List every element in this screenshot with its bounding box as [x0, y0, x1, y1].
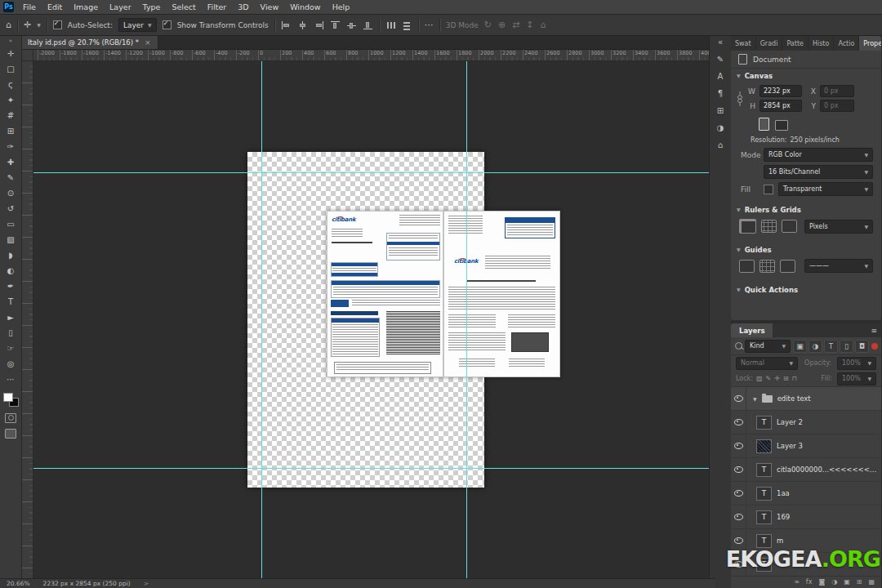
visibility-toggle[interactable] — [731, 387, 746, 410]
x-field[interactable]: 0 px — [820, 85, 854, 97]
fill-select[interactable]: 100% ▼ — [837, 372, 876, 385]
home-icon[interactable]: ⌂ — [6, 20, 11, 29]
link-layers-icon[interactable]: ∞ — [794, 579, 800, 586]
menu-item[interactable]: Help — [327, 2, 356, 11]
layer-row[interactable]: Layer 3 — [731, 434, 881, 458]
zoom-level[interactable]: 20.66% — [7, 580, 30, 587]
menu-item[interactable]: File — [17, 2, 42, 11]
guide-horizontal-bottom[interactable] — [33, 468, 709, 469]
clone-stamp-tool[interactable]: ⊙ — [1, 185, 20, 201]
guide-vertical-left[interactable] — [261, 60, 262, 579]
brush-tool[interactable]: ✎ — [1, 170, 20, 185]
show-transform-checkbox[interactable] — [163, 20, 172, 29]
clear-guides-icon[interactable] — [780, 260, 795, 273]
guide-vertical-right[interactable] — [466, 60, 467, 579]
align-options-more-icon[interactable]: ⋯ — [425, 20, 434, 29]
panel-menu-icon[interactable]: ≡ — [866, 323, 881, 337]
tab-gradients[interactable]: Gradi — [756, 36, 783, 51]
menu-item[interactable]: Filter — [202, 2, 233, 11]
paragraph-panel-icon[interactable]: ¶ — [718, 90, 723, 98]
toggle-grid-icon[interactable] — [761, 220, 777, 233]
character-panel-icon[interactable]: A — [718, 73, 724, 81]
color-mode-select[interactable]: RGB Color ▼ — [764, 148, 873, 162]
canvas-viewport[interactable]: citibank — [33, 60, 709, 579]
toggle-rulers-icon[interactable] — [739, 219, 756, 234]
align-vertical-center-icon[interactable] — [346, 20, 357, 30]
auto-select-checkbox[interactable] — [53, 20, 62, 29]
lock-artboard-icon[interactable]: ⊞ — [783, 375, 789, 382]
layer-row[interactable]: T 1aa — [731, 482, 881, 506]
3d-orbit-icon[interactable]: ↻ — [484, 20, 492, 29]
edit-toolbar-button[interactable]: ⋯ — [1, 372, 20, 387]
lock-pixels-icon[interactable]: ✎ — [766, 375, 772, 382]
horizontal-ruler[interactable]: -2000-1800-1600-1400-1200-1000-800-600-4… — [21, 49, 709, 61]
pixel-layer-filter-icon[interactable]: ▣ — [793, 340, 807, 353]
toggle-guides-icon[interactable] — [739, 260, 755, 273]
layer-row[interactable]: T citla0000000...<<<<<<<<0 d — [731, 458, 881, 482]
visibility-toggle[interactable] — [731, 482, 746, 505]
toolbar-collapse-icon[interactable]: » — [9, 38, 12, 46]
menu-item[interactable]: Image — [68, 2, 104, 11]
align-right-icon[interactable] — [314, 20, 324, 30]
visibility-toggle[interactable] — [731, 411, 746, 434]
delete-layer-icon[interactable]: ▦ — [868, 579, 875, 586]
move-tool-preset-icon[interactable]: ✛ — [24, 20, 31, 29]
auto-select-target-select[interactable]: Layer ▼ — [118, 18, 157, 32]
menu-item[interactable]: Select — [166, 2, 201, 11]
history-brush-tool[interactable]: ↺ — [1, 201, 20, 216]
type-tool[interactable]: T — [1, 294, 20, 310]
layer-filter-toggle[interactable] — [871, 343, 878, 350]
visibility-toggle[interactable] — [731, 434, 746, 457]
align-left-icon[interactable] — [281, 20, 292, 30]
align-horizontal-center-icon[interactable] — [297, 20, 308, 30]
menu-item[interactable]: Edit — [42, 2, 68, 11]
layer-effects-icon[interactable]: fx — [806, 579, 813, 586]
menu-item[interactable]: 3D — [232, 2, 254, 11]
visibility-toggle[interactable] — [731, 506, 746, 528]
crop-tool[interactable]: # — [1, 108, 20, 123]
distribute-horizontal-icon[interactable] — [385, 20, 396, 30]
adjustment-layer-filter-icon[interactable]: ◑ — [808, 340, 822, 353]
menu-item[interactable]: Window — [284, 2, 326, 11]
collapse-panels-icon[interactable]: « — [718, 38, 723, 47]
tab-patterns[interactable]: Patte — [782, 36, 808, 51]
filter-kind-select[interactable]: Kind ▼ — [745, 340, 791, 353]
ruler-units-select[interactable]: Pixels ▼ — [804, 220, 873, 234]
color-swatches[interactable] — [3, 393, 19, 407]
opacity-select[interactable]: 100% ▼ — [837, 357, 876, 370]
visibility-toggle[interactable] — [731, 458, 746, 481]
tab-history[interactable]: Histo — [808, 36, 834, 51]
3d-roll-icon[interactable]: ⊕ — [498, 20, 506, 29]
layer-row[interactable]: T Layer 2 — [731, 411, 881, 434]
path-selection-tool[interactable]: ► — [1, 310, 20, 325]
portrait-orientation-icon[interactable] — [759, 118, 769, 131]
layer-row[interactable]: T 169 — [731, 506, 881, 529]
rulers-grids-section-header[interactable]: ▼ Rulers & Grids — [731, 203, 881, 216]
libraries-panel-icon[interactable]: ⌂ — [718, 141, 723, 149]
3d-pan-icon[interactable]: ⇄ — [512, 20, 519, 29]
shape-tool[interactable]: ▯ — [1, 325, 20, 341]
smart-object-filter-icon[interactable]: ◘ — [855, 340, 869, 353]
guides-section-header[interactable]: ▼ Guides — [731, 243, 881, 256]
gradient-tool[interactable]: ▧ — [1, 232, 20, 247]
status-options-chevron-icon[interactable]: > — [144, 580, 149, 587]
object-selection-tool[interactable]: ✦ — [1, 92, 20, 108]
guide-style-select[interactable]: ——— ▼ — [804, 259, 873, 273]
smart-guides-icon[interactable] — [760, 260, 775, 273]
menu-item[interactable]: Type — [137, 2, 167, 11]
quick-actions-section-header[interactable]: ▼ Quick Actions — [731, 283, 881, 296]
ruler-origin-corner[interactable] — [21, 49, 33, 61]
landscape-orientation-icon[interactable] — [775, 120, 788, 131]
align-bottom-icon[interactable] — [363, 20, 373, 30]
new-group-icon[interactable]: ▣ — [844, 579, 850, 586]
lock-transparency-icon[interactable]: ▨ — [756, 375, 763, 382]
align-top-icon[interactable] — [330, 20, 341, 30]
brushes-panel-icon[interactable]: ✎ — [717, 56, 724, 64]
type-layer-filter-icon[interactable]: T — [824, 340, 838, 353]
canvas-fill-select[interactable]: Transparent ▼ — [778, 182, 873, 196]
link-dimensions-icon[interactable] — [737, 84, 743, 113]
layer-row[interactable]: ▼ edite text — [731, 387, 881, 411]
foreground-color-swatch[interactable] — [3, 393, 13, 402]
move-tool[interactable]: ✛ — [1, 46, 20, 61]
guide-horizontal-top[interactable] — [33, 172, 709, 173]
